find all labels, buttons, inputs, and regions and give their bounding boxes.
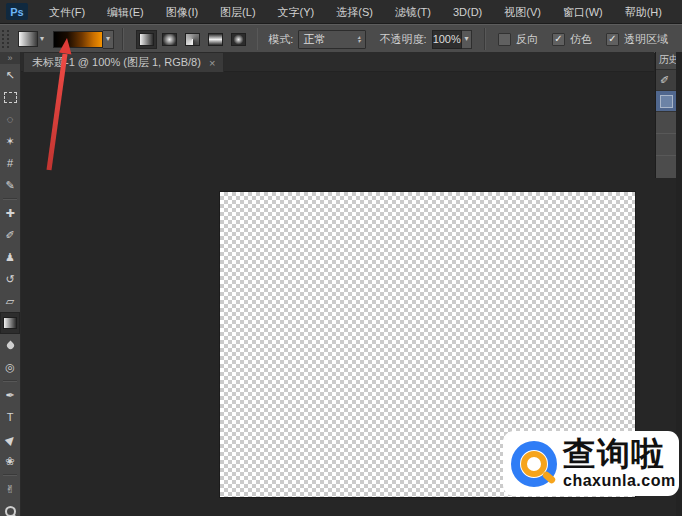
photoshop-logo: Ps bbox=[6, 3, 28, 20]
snapshot-thumbnail-icon bbox=[660, 95, 673, 108]
history-panel: 历史记录 ✐ bbox=[655, 52, 676, 178]
divider bbox=[3, 198, 17, 200]
reverse-checkbox[interactable]: 反向 bbox=[498, 32, 538, 47]
eyedropper-tool[interactable]: ✎ bbox=[0, 174, 20, 196]
move-icon: ↖ bbox=[5, 69, 14, 82]
move-tool[interactable]: ↖ bbox=[0, 64, 20, 86]
menu-edit[interactable]: 编辑(E) bbox=[96, 1, 155, 23]
pen-tool[interactable]: ✒ bbox=[0, 384, 20, 406]
dodge-tool[interactable]: ◎ bbox=[0, 356, 20, 378]
quick-select-tool[interactable]: ✶ bbox=[0, 130, 20, 152]
shape-icon: ❀ bbox=[5, 455, 14, 468]
menu-filter[interactable]: 滤镜(T) bbox=[384, 1, 442, 23]
marquee-tool[interactable] bbox=[0, 86, 20, 108]
zoom-tool[interactable] bbox=[0, 500, 20, 516]
transparency-checkbox[interactable]: ✓ 透明区域 bbox=[606, 32, 668, 47]
dither-checkbox[interactable]: ✓ 仿色 bbox=[552, 32, 592, 47]
crop-icon: # bbox=[7, 157, 13, 169]
type-icon: T bbox=[7, 411, 14, 423]
menu-layer[interactable]: 图层(L) bbox=[209, 1, 266, 23]
tool-preset-picker[interactable]: ▾ bbox=[17, 30, 45, 48]
gradient-icon bbox=[3, 317, 17, 329]
divider bbox=[484, 28, 486, 50]
divider bbox=[3, 380, 17, 382]
chevron-down-icon: ▾ bbox=[465, 35, 469, 43]
options-bar-grip bbox=[2, 30, 9, 48]
diamond-gradient-icon bbox=[231, 33, 246, 46]
magnifier-icon bbox=[5, 506, 16, 516]
menu-3d[interactable]: 3D(D) bbox=[442, 1, 493, 23]
document-tab[interactable]: 未标题-1 @ 100% (图层 1, RGB/8) × bbox=[23, 52, 224, 72]
clone-stamp-tool[interactable]: ♟ bbox=[0, 246, 20, 268]
watermark-domain: chaxunla.com bbox=[563, 473, 676, 489]
tools-panel: » ↖ ◌ ✶ # ✎ ✚ ✐ ♟ ↺ ▱ ◎ ✒ T ▶ ❀ ✌ bbox=[0, 52, 21, 516]
chevron-down-icon: ▾ bbox=[106, 35, 110, 43]
gradient-picker-dropdown[interactable]: ▾ bbox=[103, 30, 114, 49]
history-state-selected[interactable] bbox=[656, 91, 676, 112]
history-panel-body bbox=[656, 112, 676, 178]
chevron-down-icon: ▾ bbox=[40, 35, 44, 43]
watermark-text: 查询啦 chaxunla.com bbox=[563, 438, 676, 489]
dither-label: 仿色 bbox=[570, 32, 592, 47]
healing-brush-icon: ✚ bbox=[5, 207, 14, 220]
close-icon[interactable]: × bbox=[209, 57, 215, 69]
menu-image[interactable]: 图像(I) bbox=[155, 1, 209, 23]
angle-gradient-button[interactable] bbox=[182, 30, 203, 49]
reverse-label: 反向 bbox=[516, 32, 538, 47]
menu-window[interactable]: 窗口(W) bbox=[552, 1, 614, 23]
type-tool[interactable]: T bbox=[0, 406, 20, 428]
lasso-tool[interactable]: ◌ bbox=[0, 108, 20, 130]
marquee-icon bbox=[4, 92, 17, 103]
path-selection-tool[interactable]: ▶ bbox=[0, 428, 20, 450]
history-panel-tab[interactable]: 历史记录 bbox=[656, 52, 676, 70]
blend-mode-dropdown[interactable]: 正常 ▴ ▾ bbox=[298, 30, 365, 49]
history-state-row[interactable] bbox=[656, 112, 676, 134]
chevron-down-icon: ▾ bbox=[358, 39, 361, 43]
history-state-row[interactable] bbox=[656, 134, 676, 156]
document-title: 未标题-1 @ 100% (图层 1, RGB/8) bbox=[32, 55, 201, 70]
angle-gradient-icon bbox=[185, 33, 200, 46]
transparency-label: 透明区域 bbox=[624, 32, 668, 47]
menu-select[interactable]: 选择(S) bbox=[325, 1, 384, 23]
checkbox-unchecked-icon bbox=[498, 33, 511, 46]
menu-view[interactable]: 视图(V) bbox=[493, 1, 552, 23]
history-brush-icon: ↺ bbox=[5, 273, 14, 286]
document-tab-bar: 未标题-1 @ 100% (图层 1, RGB/8) × bbox=[21, 52, 654, 72]
gradient-preview-button[interactable] bbox=[53, 31, 103, 48]
healing-brush-tool[interactable]: ✚ bbox=[0, 202, 20, 224]
opacity-input[interactable]: 100% bbox=[432, 30, 462, 49]
opacity-dropdown[interactable]: ▾ bbox=[462, 30, 473, 49]
blur-tool[interactable] bbox=[0, 334, 20, 356]
water-drop-icon bbox=[5, 340, 15, 350]
dodge-icon: ◎ bbox=[5, 361, 15, 374]
toolbar-collapse-button[interactable]: » bbox=[0, 52, 20, 64]
checkbox-checked-icon: ✓ bbox=[552, 33, 565, 46]
pointer-icon: ▶ bbox=[2, 431, 17, 446]
linear-gradient-button[interactable] bbox=[136, 30, 157, 49]
eraser-icon: ▱ bbox=[6, 295, 14, 308]
menu-help[interactable]: 帮助(H) bbox=[614, 1, 673, 23]
hand-tool[interactable]: ✌ bbox=[0, 478, 20, 500]
watermark-badge: 查询啦 chaxunla.com bbox=[503, 431, 679, 496]
menu-type[interactable]: 文字(Y) bbox=[267, 1, 326, 23]
opacity-label: 不透明度: bbox=[380, 32, 427, 47]
eyedropper-icon: ✎ bbox=[5, 179, 14, 192]
radial-gradient-button[interactable] bbox=[159, 30, 180, 49]
divider bbox=[122, 28, 124, 50]
diamond-gradient-button[interactable] bbox=[228, 30, 249, 49]
history-source-row[interactable]: ✐ bbox=[656, 70, 676, 91]
brush-icon: ✐ bbox=[5, 229, 14, 242]
brush-tool[interactable]: ✐ bbox=[0, 224, 20, 246]
crop-tool[interactable]: # bbox=[0, 152, 20, 174]
watermark-name: 查询啦 bbox=[563, 438, 676, 471]
reflected-gradient-button[interactable] bbox=[205, 30, 226, 49]
custom-shape-tool[interactable]: ❀ bbox=[0, 450, 20, 472]
gradient-preset-thumbnail-icon bbox=[18, 31, 38, 47]
checkbox-checked-icon: ✓ bbox=[606, 33, 619, 46]
watermark-logo bbox=[509, 439, 559, 489]
menu-file[interactable]: 文件(F) bbox=[38, 1, 96, 23]
clone-stamp-icon: ♟ bbox=[5, 251, 15, 264]
gradient-tool[interactable] bbox=[0, 312, 20, 334]
eraser-tool[interactable]: ▱ bbox=[0, 290, 20, 312]
history-brush-tool[interactable]: ↺ bbox=[0, 268, 20, 290]
